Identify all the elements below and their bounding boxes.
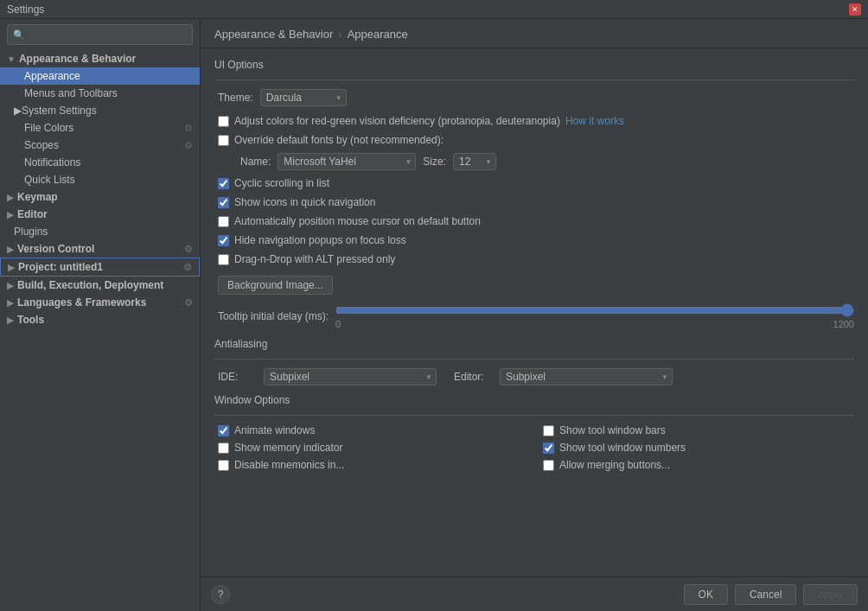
expand-arrow-icon: ▼ xyxy=(7,54,16,64)
sidebar-item-build-execution[interactable]: ▶ Build, Execution, Deployment xyxy=(0,277,200,294)
ide-aa-select-wrapper: Subpixel Greyscale None xyxy=(264,368,437,385)
override-fonts-text: Override default fonts by (not recommend… xyxy=(234,134,444,146)
font-row: Name: Size: 12 13 14 xyxy=(214,153,854,170)
antialiasing-section: Antialiasing IDE: Subpixel Greyscale Non… xyxy=(214,338,854,385)
hide-nav-label[interactable]: Hide navigation popups on focus loss xyxy=(218,234,406,246)
aa-row: IDE: Subpixel Greyscale None Editor: Sub… xyxy=(214,368,854,385)
expand-arrow-icon: ▶ xyxy=(7,210,14,220)
red-green-text: Adjust colors for red-green vision defic… xyxy=(234,115,560,127)
font-name-input[interactable] xyxy=(278,153,416,170)
sidebar: 🔍 ▼ Appearance & Behavior Appearance Men… xyxy=(0,19,201,611)
sidebar-item-appearance-behavior[interactable]: ▼ Appearance & Behavior xyxy=(0,50,200,67)
drag-drop-option-row: Drag-n-Drop with ALT pressed only xyxy=(214,253,854,265)
sidebar-item-tools[interactable]: ▶ Tools xyxy=(0,311,200,328)
drag-drop-label[interactable]: Drag-n-Drop with ALT pressed only xyxy=(218,253,395,265)
disable-mnemonics-checkbox[interactable] xyxy=(218,460,229,471)
auto-position-checkbox[interactable] xyxy=(218,216,229,227)
red-green-checkbox[interactable] xyxy=(218,116,229,127)
red-green-label[interactable]: Adjust colors for red-green vision defic… xyxy=(218,115,624,127)
close-button[interactable]: ✕ xyxy=(849,3,861,16)
show-icons-label[interactable]: Show icons in quick navigation xyxy=(218,196,375,208)
cyclic-label[interactable]: Cyclic scrolling in list xyxy=(218,177,329,189)
sidebar-item-menus-toolbars[interactable]: Menus and Toolbars xyxy=(0,85,200,102)
override-fonts-checkbox[interactable] xyxy=(218,135,229,146)
disable-mnemonics-text: Disable mnemonics in... xyxy=(234,459,344,471)
sidebar-item-quick-lists[interactable]: Quick Lists xyxy=(0,171,200,188)
red-green-option-row: Adjust colors for red-green vision defic… xyxy=(214,115,854,127)
show-tool-bars-checkbox[interactable] xyxy=(543,425,554,436)
sidebar-item-label: Build, Execution, Deployment xyxy=(17,279,163,291)
sidebar-item-label: Quick Lists xyxy=(24,174,75,186)
cyclic-option-row: Cyclic scrolling in list xyxy=(214,177,854,189)
hide-nav-checkbox[interactable] xyxy=(218,235,229,246)
cyclic-checkbox[interactable] xyxy=(218,178,229,189)
slider-labels: 0 1200 xyxy=(335,319,854,329)
settings-icon: ⚙ xyxy=(184,297,193,309)
disable-mnemonics-option[interactable]: Disable mnemonics in... xyxy=(218,459,529,471)
auto-position-label[interactable]: Automatically position mouse cursor on d… xyxy=(218,215,481,227)
auto-position-option-row: Automatically position mouse cursor on d… xyxy=(214,215,854,227)
sidebar-item-scopes[interactable]: Scopes ⚙ xyxy=(0,137,200,154)
font-name-select-wrapper xyxy=(278,153,416,170)
background-image-button[interactable]: Background Image... xyxy=(218,276,333,295)
theme-label: Theme: xyxy=(218,92,253,104)
sidebar-item-appearance[interactable]: Appearance xyxy=(0,67,200,85)
settings-icon: ⚙ xyxy=(184,244,193,255)
sidebar-item-label: Languages & Frameworks xyxy=(17,296,146,309)
sidebar-item-label: Plugins xyxy=(14,226,48,238)
sidebar-item-editor[interactable]: ▶ Editor xyxy=(0,206,200,223)
help-button[interactable]: ? xyxy=(211,585,230,604)
how-it-works-link[interactable]: How it works xyxy=(565,115,624,127)
ok-button[interactable]: OK xyxy=(684,584,728,605)
sidebar-item-system-settings[interactable]: ▶ System Settings xyxy=(0,102,200,119)
font-name-label: Name: xyxy=(240,156,271,168)
font-size-select[interactable]: 12 13 14 xyxy=(453,153,496,170)
show-memory-option[interactable]: Show memory indicator xyxy=(218,442,529,454)
sidebar-item-label: Version Control xyxy=(17,243,94,255)
sidebar-item-keymap[interactable]: ▶ Keymap xyxy=(0,188,200,206)
animate-windows-option[interactable]: Animate windows xyxy=(218,424,529,436)
theme-row: Theme: Darcula IntelliJ High Contrast xyxy=(214,89,854,106)
search-box: 🔍 xyxy=(7,24,193,45)
editor-aa-select[interactable]: Subpixel Greyscale None xyxy=(500,368,673,385)
sidebar-item-notifications[interactable]: Notifications xyxy=(0,154,200,171)
slider-max: 1200 xyxy=(833,319,854,329)
editor-aa-label: Editor: xyxy=(454,371,493,383)
bottom-actions: OK Cancel apply xyxy=(684,584,858,605)
show-icons-text: Show icons in quick navigation xyxy=(234,196,375,208)
theme-select-wrapper: Darcula IntelliJ High Contrast xyxy=(260,89,347,106)
settings-panel: UI Options Theme: Darcula IntelliJ High … xyxy=(201,48,868,576)
cancel-button[interactable]: Cancel xyxy=(735,584,796,605)
sidebar-item-file-colors[interactable]: File Colors ⚙ xyxy=(0,119,200,137)
show-tool-bars-text: Show tool window bars xyxy=(559,424,666,436)
ide-aa-select[interactable]: Subpixel Greyscale None xyxy=(264,368,437,385)
show-tool-numbers-checkbox[interactable] xyxy=(543,442,554,454)
sidebar-item-project-untitled1[interactable]: ▶ Project: untitled1 ⚙ xyxy=(0,258,200,277)
sidebar-item-languages-frameworks[interactable]: ▶ Languages & Frameworks ⚙ xyxy=(0,294,200,311)
override-fonts-label[interactable]: Override default fonts by (not recommend… xyxy=(218,134,444,146)
divider xyxy=(214,359,854,360)
drag-drop-text: Drag-n-Drop with ALT pressed only xyxy=(234,253,395,265)
sidebar-item-label: Menus and Toolbars xyxy=(24,87,118,99)
breadcrumb: Appearance & Behavior › Appearance xyxy=(201,19,868,48)
sidebar-item-plugins[interactable]: Plugins xyxy=(0,223,200,240)
allow-merging-option[interactable]: Allow merging buttons... xyxy=(543,459,854,471)
theme-select[interactable]: Darcula IntelliJ High Contrast xyxy=(260,89,347,106)
window-title: Settings xyxy=(7,3,44,16)
show-tool-numbers-option[interactable]: Show tool window numbers xyxy=(543,442,854,454)
title-bar: Settings ✕ xyxy=(0,0,868,19)
apply-button[interactable]: apply xyxy=(803,584,858,605)
drag-drop-checkbox[interactable] xyxy=(218,254,229,265)
sidebar-item-version-control[interactable]: ▶ Version Control ⚙ xyxy=(0,240,200,258)
tooltip-slider[interactable] xyxy=(335,303,854,317)
ui-options-title: UI Options xyxy=(214,59,854,71)
show-tool-bars-option[interactable]: Show tool window bars xyxy=(543,424,854,436)
show-icons-checkbox[interactable] xyxy=(218,197,229,208)
search-input[interactable] xyxy=(29,29,187,41)
show-memory-checkbox[interactable] xyxy=(218,442,229,454)
allow-merging-checkbox[interactable] xyxy=(543,460,554,471)
auto-position-text: Automatically position mouse cursor on d… xyxy=(234,215,481,227)
settings-icon: ⚙ xyxy=(184,123,193,134)
animate-windows-checkbox[interactable] xyxy=(218,425,229,436)
window-options-title: Window Options xyxy=(214,394,854,406)
